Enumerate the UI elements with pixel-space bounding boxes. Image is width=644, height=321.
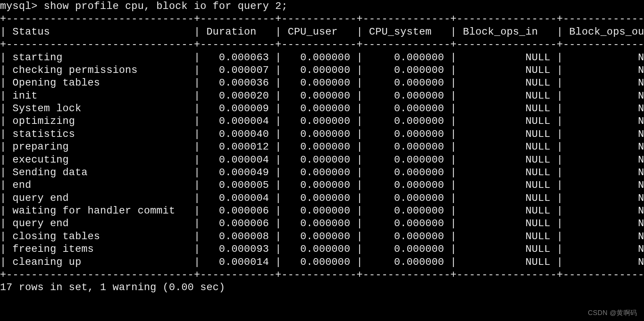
watermark: CSDN @黄啊码	[588, 308, 637, 317]
mysql-terminal[interactable]: mysql> show profile cpu, block io for qu…	[0, 0, 644, 294]
